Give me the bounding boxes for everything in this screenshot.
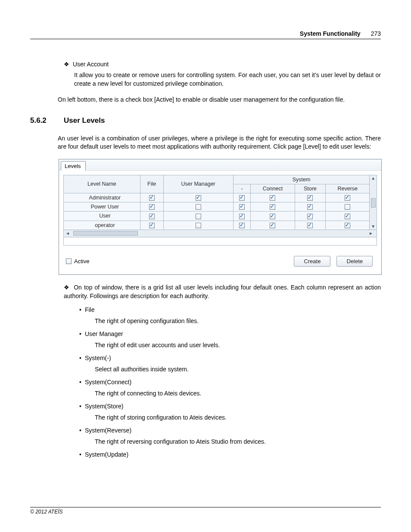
grid-checkbox[interactable]	[307, 223, 313, 228]
authority-name: System(Connect)	[79, 379, 381, 386]
create-button[interactable]: Create	[294, 256, 330, 267]
grid-checkbox[interactable]	[345, 223, 350, 228]
checkbox-cell	[233, 202, 250, 212]
grid-checkbox[interactable]	[270, 204, 275, 210]
paragraph: It allow you to create or remove users f…	[74, 71, 381, 88]
active-checkbox[interactable]	[66, 258, 72, 264]
grid-checkbox[interactable]	[270, 223, 275, 228]
grid-checkbox[interactable]	[149, 214, 155, 219]
table-row[interactable]: User	[64, 212, 370, 221]
grid-checkbox[interactable]	[345, 204, 350, 210]
page-header: System Functionality 273	[30, 30, 381, 39]
grid-checkbox[interactable]	[239, 195, 245, 201]
grid-checkbox[interactable]	[196, 195, 201, 201]
checkbox-cell	[326, 202, 370, 212]
authority-description: The right of connecting to Ateis devices…	[95, 390, 381, 397]
blank-row	[64, 237, 377, 246]
grid-checkbox[interactable]	[149, 223, 155, 228]
active-label: Active	[74, 258, 89, 264]
grid-checkbox[interactable]	[307, 214, 313, 219]
scroll-down-icon[interactable]: ▼	[371, 224, 375, 230]
authority-name: File	[79, 306, 381, 313]
header-title: System Functionality	[300, 30, 361, 37]
authority-name: System(Store)	[79, 403, 381, 410]
scroll-thumb[interactable]	[73, 231, 138, 236]
checkbox-cell	[326, 193, 370, 202]
grid-checkbox[interactable]	[345, 195, 350, 201]
level-name-cell: User	[64, 212, 140, 221]
col-file: File	[140, 175, 163, 193]
scroll-thumb[interactable]	[371, 198, 376, 208]
grid-checkbox[interactable]	[239, 204, 245, 210]
list-item: FileThe right of opening configuration f…	[79, 306, 381, 324]
grid-checkbox[interactable]	[307, 195, 313, 201]
scroll-right-icon[interactable]: ►	[367, 231, 375, 236]
tab-levels[interactable]: Levels	[61, 161, 86, 171]
checkbox-cell	[295, 202, 326, 212]
level-name-cell: operator	[64, 221, 140, 230]
list-item: System(Update)	[79, 451, 381, 458]
col-system-store: Store	[295, 184, 326, 193]
authority-description: The right of storing configuration to At…	[95, 414, 381, 421]
col-user-manager: User Manager	[163, 175, 233, 193]
level-name-cell: Administrator	[64, 193, 140, 202]
levels-panel: Levels Level Name File User Manager Syst…	[59, 159, 382, 275]
grid-checkbox[interactable]	[307, 204, 313, 210]
authority-description: Select all authorities inside system.	[95, 366, 381, 373]
table-row[interactable]: Power User	[64, 202, 370, 212]
list-item: System(Reverse)The right of reversing co…	[79, 427, 381, 445]
col-system-connect: Connect	[251, 184, 295, 193]
section-number: 5.6.2	[30, 116, 64, 125]
checkbox-cell	[233, 193, 250, 202]
grid-checkbox[interactable]	[196, 223, 201, 228]
checkbox-cell	[295, 221, 326, 230]
grid-checkbox[interactable]	[149, 204, 155, 210]
levels-table: Level Name File User Manager System - Co…	[63, 175, 370, 230]
vertical-scrollbar[interactable]: ▲ ▼	[370, 175, 377, 230]
authority-name: System(Update)	[79, 451, 381, 458]
horizontal-scrollbar[interactable]: ◄ ►	[63, 230, 377, 237]
checkbox-cell	[251, 193, 295, 202]
grid-checkbox[interactable]	[239, 223, 245, 228]
scroll-left-icon[interactable]: ◄	[64, 231, 72, 236]
checkbox-cell	[326, 221, 370, 230]
checkbox-cell	[140, 193, 163, 202]
authority-name: System(-)	[79, 355, 381, 361]
col-level-name: Level Name	[64, 175, 140, 193]
scroll-up-icon[interactable]: ▲	[371, 175, 375, 181]
header-page-number: 273	[371, 30, 381, 37]
subsection-title: User Account	[73, 61, 109, 68]
authority-name: System(Reverse)	[79, 427, 381, 434]
subsection-user-account: User Account	[64, 61, 381, 68]
grid-checkbox[interactable]	[345, 214, 350, 219]
page-footer: © 2012 ATEÏS	[30, 507, 381, 515]
col-system-group: System	[233, 175, 370, 184]
checkbox-cell	[163, 202, 233, 212]
authority-name: User Manager	[79, 330, 381, 337]
grid-checkbox[interactable]	[149, 195, 155, 201]
delete-button[interactable]: Delete	[336, 256, 373, 267]
table-row[interactable]: Administrator	[64, 193, 370, 202]
grid-checkbox[interactable]	[239, 214, 245, 219]
table-row[interactable]: operator	[64, 221, 370, 230]
list-item: System(Store)The right of storing config…	[79, 403, 381, 421]
authority-list: FileThe right of opening configuration f…	[79, 306, 381, 458]
authority-description: The right of edit user accounts and user…	[95, 342, 381, 348]
list-item: System(-)Select all authorities inside s…	[79, 355, 381, 373]
paragraph: On left bottom, there is a check box [Ac…	[58, 96, 381, 104]
grid-checkbox[interactable]	[270, 214, 275, 219]
grid-checkbox[interactable]	[196, 214, 201, 219]
paragraph: On top of window, there is a grid list a…	[64, 284, 381, 299]
paragraph: An user level is a combination of user p…	[58, 134, 381, 151]
checkbox-cell	[251, 202, 295, 212]
checkbox-cell	[163, 193, 233, 202]
checkbox-cell	[140, 202, 163, 212]
checkbox-cell	[326, 212, 370, 221]
authority-description: The right of reversing configuration to …	[95, 438, 381, 445]
grid-checkbox[interactable]	[196, 204, 201, 210]
checkbox-cell	[140, 212, 163, 221]
grid-checkbox[interactable]	[270, 195, 275, 201]
paragraph-diamond: On top of window, there is a grid list a…	[64, 283, 381, 300]
checkbox-cell	[251, 221, 295, 230]
col-system-dash: -	[233, 184, 250, 193]
